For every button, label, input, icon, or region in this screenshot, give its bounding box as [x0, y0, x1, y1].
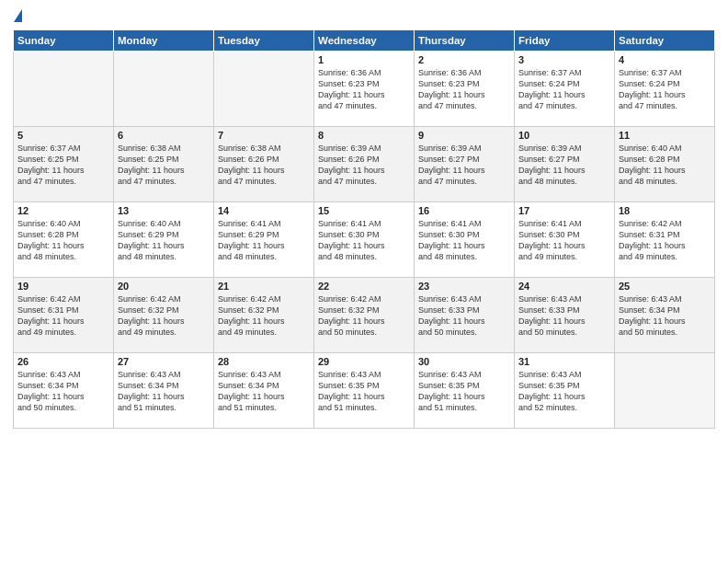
calendar-cell: 27Sunrise: 6:43 AM Sunset: 6:34 PM Dayli… [114, 353, 214, 429]
calendar-cell: 25Sunrise: 6:43 AM Sunset: 6:34 PM Dayli… [615, 278, 715, 353]
calendar-cell: 1Sunrise: 6:36 AM Sunset: 6:23 PM Daylig… [314, 52, 415, 127]
day-number: 7 [218, 130, 310, 141]
day-number: 17 [518, 205, 610, 216]
day-info: Sunrise: 6:43 AM Sunset: 6:33 PM Dayligh… [418, 293, 510, 339]
logo-triangle-icon [14, 9, 22, 22]
calendar-cell: 18Sunrise: 6:42 AM Sunset: 6:31 PM Dayli… [615, 202, 715, 278]
day-info: Sunrise: 6:42 AM Sunset: 6:32 PM Dayligh… [118, 293, 210, 339]
day-info: Sunrise: 6:43 AM Sunset: 6:35 PM Dayligh… [318, 369, 410, 414]
calendar-cell: 5Sunrise: 6:37 AM Sunset: 6:25 PM Daylig… [14, 127, 114, 202]
calendar-cell: 7Sunrise: 6:38 AM Sunset: 6:26 PM Daylig… [214, 127, 314, 202]
day-number: 12 [17, 205, 109, 216]
day-info: Sunrise: 6:42 AM Sunset: 6:31 PM Dayligh… [17, 293, 109, 339]
calendar-week-row: 1Sunrise: 6:36 AM Sunset: 6:23 PM Daylig… [14, 52, 715, 127]
calendar-week-row: 26Sunrise: 6:43 AM Sunset: 6:34 PM Dayli… [14, 353, 715, 429]
day-number: 13 [118, 205, 210, 216]
calendar-cell: 2Sunrise: 6:36 AM Sunset: 6:23 PM Daylig… [415, 52, 515, 127]
day-number: 22 [318, 281, 410, 292]
day-info: Sunrise: 6:41 AM Sunset: 6:30 PM Dayligh… [518, 218, 610, 263]
day-info: Sunrise: 6:41 AM Sunset: 6:29 PM Dayligh… [218, 218, 310, 263]
day-info: Sunrise: 6:37 AM Sunset: 6:24 PM Dayligh… [619, 67, 711, 112]
calendar-cell: 13Sunrise: 6:40 AM Sunset: 6:29 PM Dayli… [114, 202, 214, 278]
calendar-cell [214, 52, 314, 127]
calendar-cell: 14Sunrise: 6:41 AM Sunset: 6:29 PM Dayli… [214, 202, 314, 278]
calendar-cell: 4Sunrise: 6:37 AM Sunset: 6:24 PM Daylig… [615, 52, 715, 127]
day-number: 19 [17, 281, 109, 292]
day-number: 3 [518, 54, 610, 65]
day-number: 20 [118, 281, 210, 292]
calendar-cell [14, 52, 114, 127]
calendar-cell [615, 353, 715, 429]
calendar-cell: 22Sunrise: 6:42 AM Sunset: 6:32 PM Dayli… [314, 278, 415, 353]
calendar-cell: 17Sunrise: 6:41 AM Sunset: 6:30 PM Dayli… [515, 202, 615, 278]
day-number: 21 [218, 281, 310, 292]
calendar-cell: 12Sunrise: 6:40 AM Sunset: 6:28 PM Dayli… [14, 202, 114, 278]
day-info: Sunrise: 6:39 AM Sunset: 6:27 PM Dayligh… [518, 143, 610, 188]
calendar-header-monday: Monday [114, 30, 214, 52]
day-number: 10 [518, 130, 610, 141]
day-number: 30 [418, 356, 510, 367]
day-number: 18 [619, 205, 711, 216]
day-info: Sunrise: 6:38 AM Sunset: 6:25 PM Dayligh… [118, 143, 210, 188]
calendar-cell: 23Sunrise: 6:43 AM Sunset: 6:33 PM Dayli… [415, 278, 515, 353]
day-number: 4 [619, 54, 711, 65]
day-info: Sunrise: 6:43 AM Sunset: 6:34 PM Dayligh… [218, 369, 310, 414]
calendar-header-sunday: Sunday [14, 30, 114, 52]
calendar-cell: 31Sunrise: 6:43 AM Sunset: 6:35 PM Dayli… [515, 353, 615, 429]
day-info: Sunrise: 6:37 AM Sunset: 6:24 PM Dayligh… [518, 67, 610, 112]
day-number: 28 [218, 356, 310, 367]
day-info: Sunrise: 6:40 AM Sunset: 6:28 PM Dayligh… [619, 143, 711, 188]
calendar-cell: 9Sunrise: 6:39 AM Sunset: 6:27 PM Daylig… [415, 127, 515, 202]
day-info: Sunrise: 6:43 AM Sunset: 6:35 PM Dayligh… [518, 369, 610, 414]
day-info: Sunrise: 6:39 AM Sunset: 6:26 PM Dayligh… [318, 143, 410, 188]
day-number: 8 [318, 130, 410, 141]
day-info: Sunrise: 6:41 AM Sunset: 6:30 PM Dayligh… [418, 218, 510, 263]
day-number: 11 [619, 130, 711, 141]
calendar-header-saturday: Saturday [615, 30, 715, 52]
day-number: 1 [318, 54, 410, 65]
calendar-cell: 28Sunrise: 6:43 AM Sunset: 6:34 PM Dayli… [214, 353, 314, 429]
calendar-week-row: 12Sunrise: 6:40 AM Sunset: 6:28 PM Dayli… [14, 202, 715, 278]
day-info: Sunrise: 6:39 AM Sunset: 6:27 PM Dayligh… [418, 143, 510, 188]
calendar-header-tuesday: Tuesday [214, 30, 314, 52]
day-info: Sunrise: 6:43 AM Sunset: 6:33 PM Dayligh… [518, 293, 610, 339]
day-info: Sunrise: 6:42 AM Sunset: 6:32 PM Dayligh… [318, 293, 410, 339]
calendar-cell: 6Sunrise: 6:38 AM Sunset: 6:25 PM Daylig… [114, 127, 214, 202]
day-info: Sunrise: 6:43 AM Sunset: 6:34 PM Dayligh… [17, 369, 109, 414]
day-info: Sunrise: 6:42 AM Sunset: 6:31 PM Dayligh… [619, 218, 711, 263]
calendar-week-row: 19Sunrise: 6:42 AM Sunset: 6:31 PM Dayli… [14, 278, 715, 353]
day-number: 24 [518, 281, 610, 292]
day-number: 31 [518, 356, 610, 367]
day-info: Sunrise: 6:42 AM Sunset: 6:32 PM Dayligh… [218, 293, 310, 339]
page: SundayMondayTuesdayWednesdayThursdayFrid… [0, 0, 728, 563]
calendar-cell: 21Sunrise: 6:42 AM Sunset: 6:32 PM Dayli… [214, 278, 314, 353]
calendar-cell: 3Sunrise: 6:37 AM Sunset: 6:24 PM Daylig… [515, 52, 615, 127]
day-number: 15 [318, 205, 410, 216]
header [13, 9, 715, 22]
day-number: 23 [418, 281, 510, 292]
day-number: 9 [418, 130, 510, 141]
calendar-cell: 26Sunrise: 6:43 AM Sunset: 6:34 PM Dayli… [14, 353, 114, 429]
day-info: Sunrise: 6:38 AM Sunset: 6:26 PM Dayligh… [218, 143, 310, 188]
calendar-cell: 19Sunrise: 6:42 AM Sunset: 6:31 PM Dayli… [14, 278, 114, 353]
calendar-week-row: 5Sunrise: 6:37 AM Sunset: 6:25 PM Daylig… [14, 127, 715, 202]
day-number: 26 [17, 356, 109, 367]
calendar-cell: 30Sunrise: 6:43 AM Sunset: 6:35 PM Dayli… [415, 353, 515, 429]
calendar-header-friday: Friday [515, 30, 615, 52]
calendar-table: SundayMondayTuesdayWednesdayThursdayFrid… [13, 29, 715, 429]
day-number: 27 [118, 356, 210, 367]
day-number: 25 [619, 281, 711, 292]
day-number: 16 [418, 205, 510, 216]
day-info: Sunrise: 6:36 AM Sunset: 6:23 PM Dayligh… [318, 67, 410, 112]
day-info: Sunrise: 6:37 AM Sunset: 6:25 PM Dayligh… [17, 143, 109, 188]
day-info: Sunrise: 6:40 AM Sunset: 6:28 PM Dayligh… [17, 218, 109, 263]
day-number: 5 [17, 130, 109, 141]
calendar-cell: 20Sunrise: 6:42 AM Sunset: 6:32 PM Dayli… [114, 278, 214, 353]
day-info: Sunrise: 6:43 AM Sunset: 6:34 PM Dayligh… [118, 369, 210, 414]
logo [13, 9, 22, 22]
calendar-header-row: SundayMondayTuesdayWednesdayThursdayFrid… [14, 30, 715, 52]
calendar-cell: 15Sunrise: 6:41 AM Sunset: 6:30 PM Dayli… [314, 202, 415, 278]
calendar-cell: 29Sunrise: 6:43 AM Sunset: 6:35 PM Dayli… [314, 353, 415, 429]
day-info: Sunrise: 6:43 AM Sunset: 6:34 PM Dayligh… [619, 293, 711, 339]
calendar-cell [114, 52, 214, 127]
